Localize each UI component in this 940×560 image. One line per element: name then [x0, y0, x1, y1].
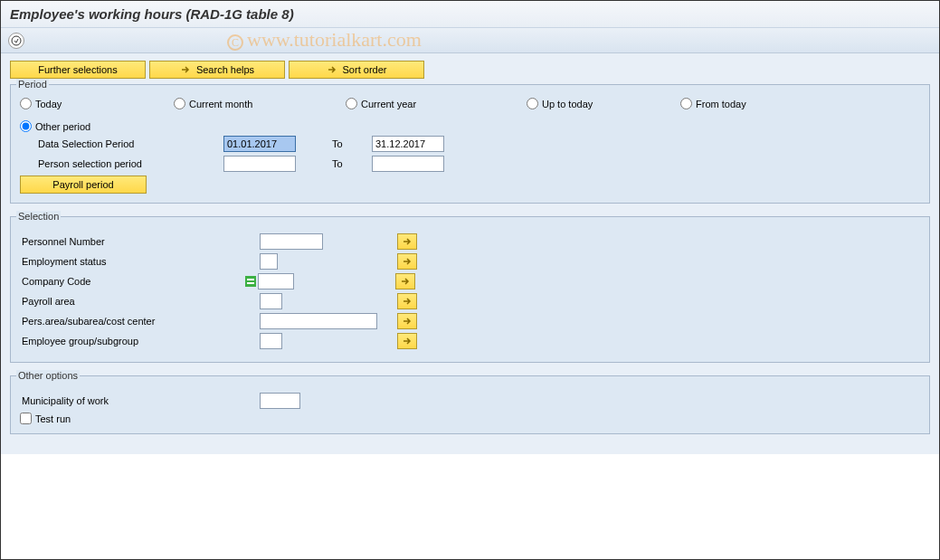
- svg-point-0: [12, 36, 21, 45]
- arrow-right-icon: [180, 64, 191, 75]
- personnel-number-row: Personnel Number: [20, 233, 920, 250]
- arrow-right-icon: [400, 276, 411, 287]
- test-run-row: Test run: [20, 413, 920, 424]
- arrow-right-icon: [402, 236, 413, 247]
- pers-area-multi-button[interactable]: [397, 313, 417, 329]
- search-helps-button[interactable]: Search helps: [149, 61, 285, 79]
- equals-icon: [245, 276, 256, 287]
- arrow-right-icon: [402, 296, 413, 307]
- radio-current-month[interactable]: Current month: [174, 98, 346, 109]
- period-title: Period: [16, 79, 49, 90]
- title-bar: Employee's working hours (RAD-1G table 8…: [1, 1, 939, 28]
- radio-today[interactable]: Today: [20, 98, 174, 109]
- period-groupbox: Period Today Current month Current year …: [10, 84, 930, 204]
- person-selection-period-row: Person selection period To: [20, 156, 920, 172]
- municipality-label: Municipality of work: [20, 395, 260, 406]
- company-code-multi-button[interactable]: [395, 273, 415, 289]
- selection-title: Selection: [16, 211, 61, 222]
- arrow-right-icon: [402, 256, 413, 267]
- payroll-area-row: Payroll area: [20, 293, 920, 309]
- radio-current-year[interactable]: Current year: [346, 98, 527, 109]
- personnel-number-input[interactable]: [260, 233, 323, 250]
- arrow-right-icon: [327, 64, 337, 75]
- payroll-period-button[interactable]: Payroll period: [20, 176, 147, 194]
- pers-area-input[interactable]: [260, 313, 377, 329]
- person-selection-label: Person selection period: [20, 158, 223, 169]
- employment-status-label: Employment status: [20, 256, 260, 267]
- radio-up-to-today[interactable]: Up to today: [527, 98, 680, 109]
- person-selection-to-input[interactable]: [372, 156, 444, 172]
- selection-toolbar: Further selections Search helps Sort ord…: [10, 61, 930, 79]
- payroll-area-label: Payroll area: [20, 296, 260, 307]
- further-selections-button[interactable]: Further selections: [10, 61, 146, 79]
- other-options-groupbox: Other options Municipality of work Test …: [10, 375, 930, 434]
- radio-other-period[interactable]: Other period: [20, 120, 174, 132]
- employment-status-input[interactable]: [260, 253, 278, 270]
- data-selection-label: Data Selection Period: [20, 138, 223, 149]
- test-run-label: Test run: [35, 413, 71, 424]
- company-code-label: Company Code: [20, 276, 245, 287]
- company-code-row: Company Code: [20, 273, 920, 289]
- app-toolbar: [1, 28, 939, 53]
- employment-status-multi-button[interactable]: [397, 253, 417, 270]
- employee-group-label: Employee group/subgroup: [20, 336, 260, 346]
- to-label: To: [332, 158, 359, 169]
- personnel-number-multi-button[interactable]: [397, 233, 417, 250]
- employee-group-input[interactable]: [260, 333, 282, 349]
- company-code-input[interactable]: [258, 273, 294, 289]
- execute-icon[interactable]: [8, 33, 24, 49]
- data-selection-from-input[interactable]: [223, 136, 296, 152]
- pers-area-row: Pers.area/subarea/cost center: [20, 313, 920, 329]
- pers-area-label: Pers.area/subarea/cost center: [20, 316, 260, 327]
- selection-groupbox: Selection Personnel Number Employment st…: [10, 216, 930, 363]
- data-selection-period-row: Data Selection Period To: [20, 136, 920, 152]
- payroll-area-multi-button[interactable]: [397, 293, 417, 309]
- period-radios: Today Current month Current year Up to t…: [20, 98, 920, 132]
- municipality-row: Municipality of work: [20, 393, 920, 409]
- radio-from-today[interactable]: From today: [680, 98, 852, 109]
- arrow-right-icon: [402, 316, 413, 327]
- other-options-title: Other options: [16, 370, 80, 381]
- personnel-number-label: Personnel Number: [20, 236, 260, 247]
- person-selection-from-input[interactable]: [223, 156, 296, 172]
- employee-group-row: Employee group/subgroup: [20, 333, 920, 349]
- sort-order-button[interactable]: Sort order: [289, 61, 424, 79]
- data-selection-to-input[interactable]: [372, 136, 444, 152]
- page-title: Employee's working hours (RAD-1G table 8…: [10, 6, 930, 22]
- to-label: To: [332, 138, 359, 149]
- test-run-checkbox[interactable]: [20, 413, 32, 424]
- municipality-input[interactable]: [260, 393, 300, 409]
- employment-status-row: Employment status: [20, 253, 920, 270]
- employee-group-multi-button[interactable]: [397, 333, 417, 349]
- arrow-right-icon: [402, 336, 413, 346]
- payroll-area-input[interactable]: [260, 293, 282, 309]
- main-content: Further selections Search helps Sort ord…: [1, 53, 939, 454]
